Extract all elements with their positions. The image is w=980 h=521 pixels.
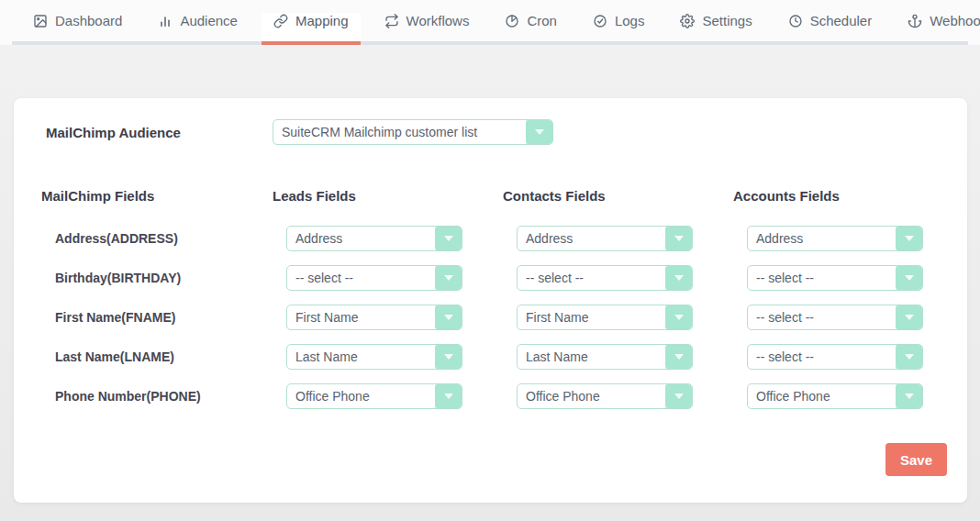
- select-value: Office Phone: [518, 384, 663, 408]
- mapping-page: MailChimp Audience SuiteCRM Mailchimp cu…: [0, 98, 980, 503]
- chevron-down-icon: [894, 384, 922, 408]
- select-value: -- select --: [748, 345, 894, 369]
- select-value: -- select --: [748, 266, 894, 290]
- nav-tab-label: Mapping: [295, 13, 349, 28]
- nav-tab-label: Webhooks: [930, 13, 980, 28]
- contacts-field-select[interactable]: Last Name: [517, 344, 693, 370]
- nav-tab-logs[interactable]: Logs: [581, 13, 657, 41]
- gear-icon: [680, 14, 695, 28]
- select-value: Address: [518, 227, 663, 250]
- nav-tab-label: Settings: [702, 13, 752, 28]
- column-header-accounts-fields: Accounts Fields: [733, 188, 948, 204]
- select-value: Office Phone: [748, 384, 894, 408]
- chevron-down-icon: [663, 384, 692, 408]
- accounts-field-select[interactable]: Office Phone: [747, 383, 923, 409]
- column-header-contacts-fields: Contacts Fields: [503, 188, 733, 204]
- chevron-down-icon: [894, 345, 922, 369]
- select-value: Office Phone: [287, 384, 433, 408]
- clock-icon: [788, 14, 803, 28]
- nav-tab-bar: Dashboard Audience Mapping Workflows Cro: [12, 13, 968, 45]
- audience-row: MailChimp Audience SuiteCRM Mailchimp cu…: [41, 119, 948, 145]
- chevron-down-icon: [433, 384, 462, 408]
- select-value: First Name: [287, 305, 433, 329]
- chevron-down-icon: [663, 227, 692, 250]
- nav-tab-dashboard[interactable]: Dashboard: [21, 13, 134, 41]
- mapping-card: MailChimp Audience SuiteCRM Mailchimp cu…: [14, 98, 967, 503]
- dashboard-icon: [33, 14, 48, 28]
- chevron-down-icon: [894, 305, 922, 329]
- chevron-down-icon: [894, 266, 922, 290]
- select-value: First Name: [518, 305, 663, 329]
- save-row: Save: [41, 443, 948, 476]
- top-nav: Dashboard Audience Mapping Workflows Cro: [0, 0, 980, 45]
- mailchimp-audience-label: MailChimp Audience: [41, 125, 273, 140]
- mailchimp-audience-select[interactable]: SuiteCRM Mailchimp customer list: [273, 119, 553, 145]
- link-icon: [273, 14, 288, 28]
- chevron-down-icon: [663, 266, 692, 290]
- accounts-field-select[interactable]: -- select --: [747, 344, 923, 370]
- nav-tab-label: Workflows: [406, 13, 470, 28]
- select-value: Address: [287, 227, 433, 250]
- accounts-field-select[interactable]: -- select --: [747, 265, 923, 291]
- save-button[interactable]: Save: [885, 443, 947, 476]
- chevron-down-icon: [433, 345, 462, 369]
- nav-tab-label: Logs: [615, 13, 645, 28]
- leads-field-select[interactable]: Address: [286, 226, 462, 251]
- pie-chart-icon: [505, 14, 519, 28]
- select-value: Last Name: [518, 345, 663, 369]
- accounts-field-select[interactable]: Address: [747, 226, 923, 251]
- nav-tab-audience[interactable]: Audience: [146, 13, 250, 41]
- select-value: -- select --: [748, 305, 894, 329]
- nav-tab-webhooks[interactable]: Webhooks: [896, 13, 980, 41]
- mailchimp-field-label: Address(ADDRESS): [41, 231, 273, 246]
- repeat-icon: [384, 14, 399, 28]
- chevron-down-icon: [433, 266, 462, 290]
- contacts-field-select[interactable]: -- select --: [517, 265, 693, 291]
- leads-field-select[interactable]: Last Name: [286, 344, 462, 370]
- contacts-field-select[interactable]: Address: [517, 226, 693, 251]
- nav-tab-label: Scheduler: [810, 13, 873, 28]
- select-value: -- select --: [518, 266, 663, 290]
- contacts-field-select[interactable]: First Name: [517, 305, 693, 330]
- nav-tab-scheduler[interactable]: Scheduler: [776, 13, 885, 41]
- select-value: Address: [748, 227, 894, 250]
- select-value: SuiteCRM Mailchimp customer list: [273, 120, 524, 144]
- chevron-down-icon: [663, 305, 692, 329]
- nav-tab-label: Audience: [180, 13, 238, 28]
- nav-tab-label: Dashboard: [55, 13, 122, 28]
- bar-chart-icon: [158, 14, 173, 28]
- accounts-field-select[interactable]: -- select --: [747, 305, 923, 330]
- anchor-icon: [908, 14, 922, 28]
- chevron-down-icon: [894, 227, 922, 250]
- mailchimp-field-label: First Name(FNAME): [41, 310, 273, 325]
- mailchimp-field-label: Phone Number(PHONE): [41, 389, 273, 404]
- column-header-leads-fields: Leads Fields: [273, 188, 503, 204]
- mailchimp-field-label: Last Name(LNAME): [41, 349, 273, 364]
- mailchimp-field-label: Birthday(BIRTHDAY): [41, 271, 273, 285]
- select-value: Last Name: [287, 345, 433, 369]
- leads-field-select[interactable]: Office Phone: [286, 383, 462, 409]
- nav-tab-cron[interactable]: Cron: [493, 13, 569, 41]
- field-mapping-grid: MailChimp Fields Leads Fields Contacts F…: [41, 188, 948, 409]
- nav-tab-label: Cron: [527, 13, 557, 28]
- chevron-down-icon: [433, 305, 462, 329]
- chevron-down-icon: [524, 120, 552, 144]
- chevron-down-icon: [433, 227, 462, 250]
- leads-field-select[interactable]: First Name: [286, 305, 462, 330]
- contacts-field-select[interactable]: Office Phone: [517, 383, 693, 409]
- nav-tab-mapping[interactable]: Mapping: [262, 13, 361, 41]
- leads-field-select[interactable]: -- select --: [286, 265, 462, 291]
- chevron-down-icon: [663, 345, 692, 369]
- nav-tab-settings[interactable]: Settings: [668, 13, 763, 41]
- check-circle-icon: [593, 14, 607, 28]
- nav-tab-workflows[interactable]: Workflows: [373, 13, 482, 41]
- column-header-mailchimp-fields: MailChimp Fields: [41, 188, 273, 204]
- select-value: -- select --: [287, 266, 433, 290]
